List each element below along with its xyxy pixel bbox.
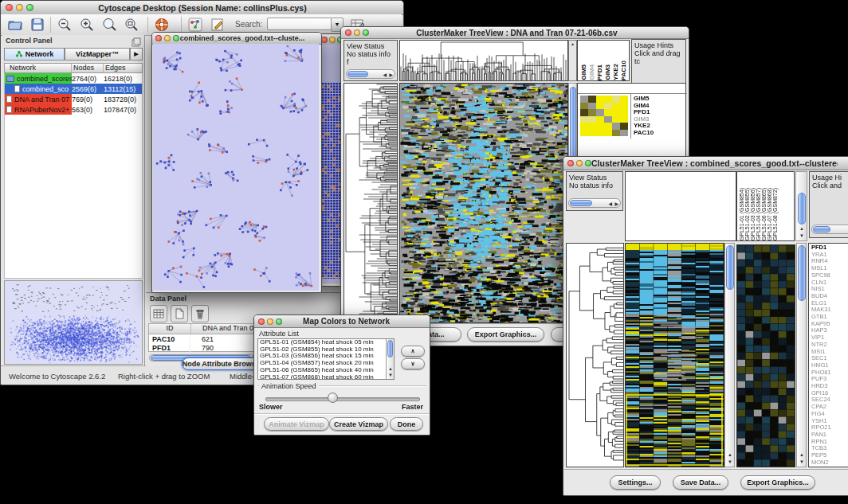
usage-hints-hscrollbar[interactable] — [811, 225, 848, 234]
treeview2-heatmap-strip[interactable] — [625, 243, 724, 467]
matrix-cell[interactable] — [588, 123, 596, 130]
zoom-button[interactable] — [585, 160, 591, 166]
correlation-matrix-heatmap[interactable] — [580, 96, 628, 136]
matrix-cell[interactable] — [612, 109, 620, 116]
treeview2-zoom-vscrollbar[interactable]: ▲ ▼ — [796, 243, 807, 467]
matrix-cell[interactable] — [604, 96, 612, 103]
matrix-cell[interactable] — [620, 96, 628, 103]
delete-attribute-trash-icon[interactable] — [191, 305, 209, 322]
open-folder-icon[interactable] — [7, 17, 23, 33]
view-status-hscrollbar[interactable]: ◀ ▶ — [568, 198, 621, 208]
zoom-in-icon[interactable] — [79, 17, 95, 33]
scroll-left-icon[interactable]: ◀ — [608, 201, 612, 206]
matrix-cell[interactable] — [620, 130, 628, 137]
close-button[interactable] — [567, 160, 574, 166]
zoom-button[interactable] — [173, 35, 179, 41]
matrix-cell[interactable] — [612, 103, 620, 110]
column-array-label[interactable]: GPL51-02 (GSM855) — [744, 188, 750, 240]
network-tree-row[interactable]: combined_sco 2569(6) 13112(15) — [5, 84, 142, 94]
column-gene-label[interactable]: GIM5 — [580, 64, 587, 80]
matrix-cell[interactable] — [620, 116, 628, 123]
attribute-select-icon[interactable] — [150, 305, 167, 322]
close-button[interactable] — [6, 4, 13, 11]
matrix-cell[interactable] — [612, 116, 620, 123]
move-down-button[interactable]: ∨ — [401, 358, 425, 369]
row-gene-label[interactable]: PAC10 — [634, 130, 654, 137]
animation-speed-slider-track[interactable] — [265, 397, 420, 401]
matrix-cell[interactable] — [596, 109, 604, 116]
close-button[interactable] — [258, 318, 265, 325]
treeview1-column-dendrogram[interactable] — [399, 40, 568, 81]
column-gene-label[interactable]: YKE2 — [612, 64, 619, 80]
search-input[interactable] — [267, 18, 332, 30]
matrix-cell[interactable] — [620, 123, 628, 130]
matrix-cell[interactable] — [580, 123, 588, 130]
scroll-left-icon[interactable]: ◀ — [383, 72, 387, 77]
network-nodes-icon[interactable] — [187, 17, 203, 33]
tab-vizmapper[interactable]: VizMapper™ — [65, 48, 130, 61]
node-attribute-browser-tab[interactable]: Node Attribute Brows... — [182, 357, 262, 370]
matrix-cell[interactable] — [588, 116, 596, 123]
annotation-icon[interactable] — [210, 17, 226, 33]
column-gene-label[interactable]: PAC10 — [620, 61, 627, 80]
network-tree-row[interactable]: DNA and Tran 07 769(0) 183728(0) — [5, 94, 142, 104]
window-controls[interactable] — [1, 4, 33, 11]
done-button[interactable]: Done — [390, 417, 423, 431]
matrix-cell[interactable] — [588, 130, 596, 137]
zoom-selected-icon[interactable] — [101, 17, 117, 33]
minimize-button[interactable] — [267, 318, 273, 325]
column-array-label[interactable]: GPL51-06 (GSM865) — [761, 188, 767, 240]
main-titlebar[interactable]: Cytoscape Desktop (Session Name: collins… — [1, 1, 403, 15]
scroll-down-icon[interactable]: ▼ — [728, 459, 732, 464]
matrix-cell[interactable] — [580, 96, 588, 103]
network-tree-row[interactable]: RNAPuberNov2+ 563(0) 107847(0) — [5, 104, 142, 115]
treeview1-mini-scroll-strip[interactable]: ▴ — [568, 40, 577, 81]
zoom-button[interactable] — [276, 318, 282, 325]
column-gene-label[interactable]: PFD1 — [596, 64, 603, 80]
save-data-button[interactable]: Save Data... — [673, 475, 728, 490]
close-button[interactable] — [345, 29, 351, 36]
matrix-cell[interactable] — [588, 109, 596, 116]
matrix-cell[interactable] — [604, 103, 612, 110]
create-vizmap-button[interactable]: Create Vizmap — [329, 417, 388, 431]
zoom-fit-icon[interactable] — [124, 17, 139, 33]
scroll-right-icon[interactable]: ▶ — [614, 201, 618, 206]
zoom-button[interactable] — [26, 4, 33, 11]
minimize-button[interactable] — [164, 35, 171, 41]
matrix-cell[interactable] — [588, 103, 596, 110]
network-canvas[interactable] — [153, 44, 319, 291]
matrix-cell[interactable] — [588, 96, 596, 103]
matrix-cell[interactable] — [604, 123, 612, 130]
column-array-label[interactable]: GPL51-03 (GSM856) — [750, 188, 756, 240]
attribute-list-vscrollbar[interactable]: ▲ ▼ — [386, 339, 394, 379]
move-up-button[interactable]: ∧ — [401, 346, 425, 357]
attribute-list-box[interactable]: GPL51-01 (GSM854) heat shock 05 minGPL51… — [257, 338, 395, 380]
matrix-cell[interactable] — [604, 116, 612, 123]
matrix-cell[interactable] — [612, 96, 620, 103]
tab-overflow-arrow[interactable]: ▶ — [130, 48, 143, 61]
export-graphics-button[interactable]: Export Graphics... — [467, 327, 544, 342]
save-icon[interactable] — [29, 17, 45, 33]
animation-speed-slider-thumb[interactable] — [328, 393, 338, 403]
scroll-up-icon[interactable]: ▲ — [388, 366, 393, 371]
animate-vizmap-button[interactable]: Animate Vizmap — [264, 417, 329, 431]
minimize-button[interactable] — [329, 37, 336, 43]
matrix-cell[interactable] — [596, 123, 604, 130]
matrix-cell[interactable] — [604, 109, 612, 116]
matrix-cell[interactable] — [612, 130, 620, 137]
treeview2-heatmap-vscrollbar[interactable]: ▲ ▼ — [724, 243, 735, 467]
matrix-cell[interactable] — [596, 103, 604, 110]
scroll-down-icon[interactable]: ▼ — [799, 233, 804, 238]
treeview1-heatmap[interactable] — [399, 83, 568, 323]
birdseye-view[interactable] — [4, 280, 143, 365]
matrix-cell[interactable] — [620, 103, 628, 110]
scroll-up-icon[interactable]: ▲ — [799, 226, 804, 231]
scroll-up-icon[interactable]: ▲ — [728, 452, 732, 457]
help-lifering-icon[interactable] — [154, 17, 170, 33]
scroll-down-icon[interactable]: ▼ — [799, 459, 804, 464]
export-graphics-button[interactable]: Export Graphics... — [740, 475, 815, 490]
column-array-label[interactable]: GPL51-01 (GSM854) — [739, 188, 744, 240]
network-tree-row[interactable]: combined_scores 2764(0) 16218(0) — [5, 73, 142, 84]
matrix-cell[interactable] — [596, 130, 604, 137]
column-array-label[interactable]: GPL51-07 (GSM868) — [767, 188, 772, 240]
